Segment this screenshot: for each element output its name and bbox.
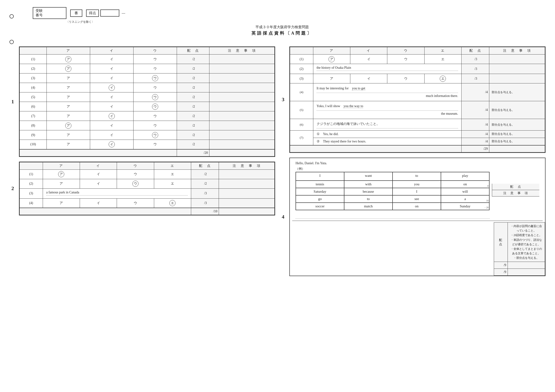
word-cell: on [393, 203, 441, 210]
row-num: (6) [290, 119, 313, 131]
total-empty [290, 145, 461, 152]
ans-u: ウ [133, 130, 177, 140]
note [209, 111, 275, 121]
row-num: (1) [20, 55, 47, 64]
col-a-head: ア [47, 47, 90, 55]
ans-a: ア [47, 140, 90, 149]
ans-a: ア [47, 130, 90, 140]
col-chuui: ・内容が設問の趣旨に合っていること。 ・20語程度であること。 ・単語のつづり、… [508, 222, 545, 262]
ans-i: イ [90, 93, 133, 102]
word-cell: go [296, 195, 344, 203]
answer-text: They stayed there for two hours. [323, 140, 366, 143]
section1-number: 1 [11, 99, 14, 105]
ans-i: イ [90, 140, 133, 149]
score: /2 [177, 93, 209, 102]
section1: ア イ ウ 配 点 注 意 事 項 (1) ア [19, 46, 275, 157]
row-num: (4) [20, 83, 47, 93]
row-num: (1) [20, 170, 43, 179]
row-num: (7) [20, 111, 47, 121]
ans-u: ウ [133, 73, 177, 83]
word-cell: you [393, 181, 441, 188]
answer-line3: much information there. [317, 93, 458, 99]
exam-label: 受験番号 [36, 8, 43, 18]
score: /2 [177, 121, 209, 130]
table-row: (2) ア イ ウ /2 [20, 64, 275, 73]
ans-a: ア [47, 64, 90, 73]
circled-u: ウ [152, 104, 158, 110]
section4-table: Hello, Daniel. I'm Yuta. （例） I [290, 158, 545, 222]
ans-i: イ [90, 55, 133, 64]
ans-a: ア [313, 74, 350, 83]
table-row: (4) ア イ ウ エ /3 [20, 198, 275, 208]
ans-e: エ [424, 55, 461, 64]
row-num: (6) [20, 102, 47, 111]
right-column: 3 ア イ ウ エ 配 点 注 意 事 項 [280, 46, 546, 276]
section1-wrapper: 1 ア イ ウ 配 点 注 意 事 項 [19, 46, 275, 157]
sub-num: ② [317, 140, 320, 143]
table-row: (3) a famous park in Canada /3 [20, 188, 275, 198]
table-row: (7) ① Yes, he did. /4 部分点を与える。 [290, 130, 545, 138]
ans-u: ウ [133, 102, 177, 111]
ans-a: ア [47, 73, 90, 83]
section3-number: 3 [282, 96, 284, 103]
ans-u: ウ [133, 83, 177, 93]
section2-table: ア イ ウ エ 配 点 注 意 事 項 (1) ア [19, 162, 275, 215]
circle-2 [9, 40, 14, 44]
circled-i: イ [109, 141, 115, 147]
ans-a: ア [313, 55, 350, 64]
section4-main: Hello, Daniel. I'm Yuta. （例） I [290, 158, 545, 222]
col-empty [20, 162, 43, 170]
score: /3 [461, 55, 489, 64]
section3-wrapper: 3 ア イ ウ エ 配 点 注 意 事 項 [289, 46, 546, 153]
word-cell: I [296, 172, 344, 181]
circled-a: ア [329, 56, 335, 62]
col-empty [20, 47, 47, 55]
page: 受験番号 番 得点 --- 〈リスニングを除く〉 平成３０年度大阪府学力検査問題… [9, 7, 546, 276]
table-row: (2) the history of Osaka Plain /3 [290, 64, 545, 74]
ans-i: イ [90, 121, 133, 130]
example-label: （例） [296, 167, 489, 171]
note [209, 130, 275, 140]
note: 部分点を与える。 [489, 83, 545, 101]
total-row: /10 [20, 208, 275, 215]
word-cell: Saturday [296, 188, 344, 195]
ans-a: ア [47, 121, 90, 130]
note [209, 55, 275, 64]
ans-i: イ [80, 179, 117, 188]
dotted-underline [317, 71, 458, 71]
total-row: /29 [290, 145, 545, 152]
score: /4 [461, 119, 489, 131]
row-num: (2) [290, 64, 313, 74]
col-i: イ [350, 47, 387, 55]
score2: /9 [494, 269, 508, 276]
section2-number: 2 [11, 185, 14, 192]
note: 部分点を与える。 [489, 101, 545, 119]
circled-a: ア [65, 122, 71, 129]
score: /3 [191, 188, 219, 198]
ans-a: ア [47, 55, 90, 64]
table-row: (1) ア イ ウ /2 [20, 55, 275, 64]
table-row: (6) クジラがこの地域の海で泳いでいたこと。 /4 部分点を与える。 [290, 119, 545, 131]
circled-u: ウ [152, 132, 158, 138]
row-num: (5) [290, 101, 313, 119]
ans-u: ウ [133, 93, 177, 102]
table-row: (4) ア イ ウ /2 [20, 83, 275, 93]
circles [9, 7, 14, 44]
total-note [489, 145, 545, 152]
note2 [508, 269, 545, 276]
col-e: エ [424, 47, 461, 55]
total-empty [20, 208, 191, 215]
table-row: (3) ア イ ウ エ /3 [290, 74, 545, 83]
title-line1: 平成３０年度大阪府学力検査問題 [19, 25, 546, 29]
note [219, 188, 275, 198]
note1 [508, 262, 545, 269]
note [209, 73, 275, 83]
total-note [209, 149, 275, 157]
note [489, 74, 545, 83]
section4-content: Hello, Daniel. I'm Yuta. （例） I [296, 161, 489, 219]
score: /2 [177, 130, 209, 140]
col-haitten: 配 点 [494, 222, 508, 262]
note: 部分点を与える。 [489, 130, 545, 138]
main-content: 1 ア イ ウ 配 点 注 意 事 項 [9, 46, 546, 276]
text-answer: It may be interesting for you to get muc… [313, 83, 461, 101]
